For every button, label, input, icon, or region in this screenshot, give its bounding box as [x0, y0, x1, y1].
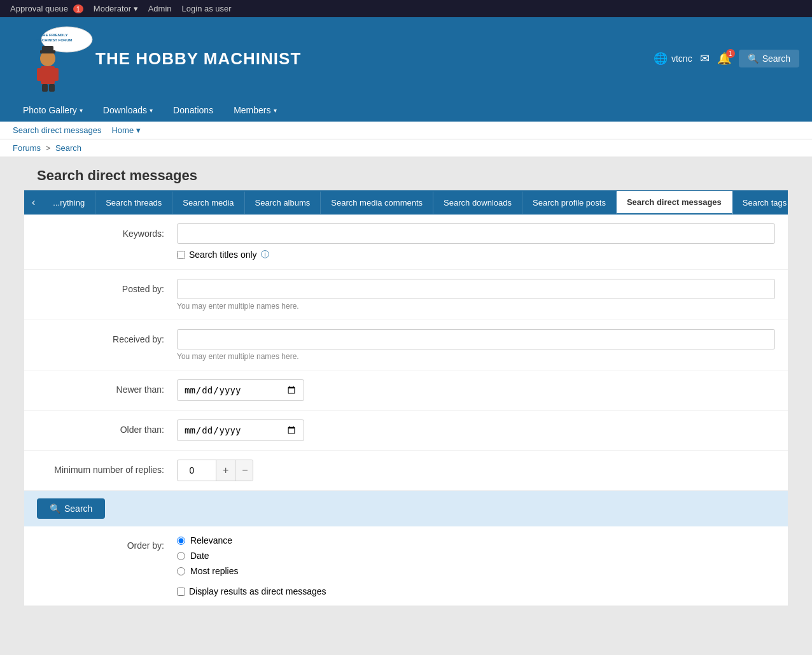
approval-queue-label: Approval queue	[10, 4, 68, 13]
min-replies-input[interactable]: 0	[178, 461, 216, 480]
tab-search-downloads[interactable]: Search downloads	[433, 192, 522, 214]
older-than-input[interactable]	[177, 419, 304, 441]
messages-icon[interactable]: ✉	[700, 52, 710, 66]
globe-icon: 🌐	[654, 52, 668, 66]
search-tabs: ‹ ...rything Search threads Search media…	[24, 190, 788, 215]
header-search-button[interactable]: 🔍 Search	[739, 50, 799, 67]
order-by-row: Order by: Relevance Date Most replies	[24, 526, 788, 606]
submit-search-button[interactable]: 🔍 Search	[37, 498, 105, 519]
search-titles-only-checkbox[interactable]	[177, 251, 185, 259]
tabs-prev-button[interactable]: ‹	[24, 190, 43, 215]
svg-rect-5	[41, 66, 55, 84]
secondary-nav-home[interactable]: Home ▾	[111, 125, 140, 135]
tab-search-threads[interactable]: Search threads	[95, 192, 172, 214]
nav-photo-gallery[interactable]: Photo Gallery ▾	[13, 99, 93, 122]
moderator-label: Moderator	[94, 4, 131, 13]
svg-text:MACHINIST FORUM: MACHINIST FORUM	[36, 38, 73, 42]
admin-link[interactable]: Admin	[148, 4, 172, 13]
order-relevance-radio[interactable]	[177, 537, 185, 545]
tab-search-direct-messages[interactable]: Search direct messages	[617, 191, 732, 215]
received-by-input[interactable]	[177, 329, 775, 349]
moderator-arrow-icon: ▾	[134, 4, 138, 13]
order-by-options-wrap: Relevance Date Most replies Display resu…	[177, 535, 775, 596]
svg-rect-7	[53, 68, 59, 81]
posted-by-label: Posted by:	[37, 279, 177, 294]
posted-by-input[interactable]	[177, 279, 775, 299]
breadcrumb-forums[interactable]: Forums	[13, 143, 41, 153]
order-date-radio[interactable]	[177, 552, 185, 560]
breadcrumb-current[interactable]: Search	[55, 143, 81, 153]
newer-than-label: Newer than:	[37, 379, 177, 395]
older-than-label: Older than:	[37, 419, 177, 435]
received-by-input-wrap: You may enter multiple names here.	[177, 329, 775, 361]
order-most-replies-row: Most replies	[177, 566, 775, 576]
logo-mascot: THE FRIENDLY MACHINIST FORUM	[13, 24, 95, 94]
order-most-replies-label: Most replies	[190, 566, 238, 576]
login-as-user-link[interactable]: Login as user	[182, 4, 232, 13]
search-form: Keywords: Search titles only ⓘ Posted by…	[24, 215, 788, 606]
secondary-nav-home-label: Home	[111, 125, 134, 135]
keywords-label: Keywords:	[37, 223, 177, 239]
svg-rect-11	[42, 46, 53, 52]
nav-members-label: Members	[234, 105, 270, 115]
received-by-row: Received by: You may enter multiple name…	[24, 320, 788, 370]
display-as-dm-checkbox[interactable]	[177, 588, 185, 596]
nav-downloads[interactable]: Downloads ▾	[93, 99, 163, 122]
username-label: vtcnc	[671, 53, 692, 64]
posted-by-input-wrap: You may enter multiple names here.	[177, 279, 775, 311]
older-than-row: Older than:	[24, 411, 788, 451]
display-as-dm-label: Display results as direct messages	[189, 586, 326, 596]
main-nav: Photo Gallery ▾ Downloads ▾ Donations Me…	[13, 99, 799, 122]
photo-gallery-arrow-icon: ▾	[80, 107, 83, 114]
secondary-nav-search-dm[interactable]: Search direct messages	[13, 125, 101, 135]
header-search-label: Search	[762, 53, 790, 64]
page-content: Search direct messages ‹ ...rything Sear…	[24, 157, 788, 606]
newer-than-input[interactable]	[177, 379, 304, 401]
notification-bell[interactable]: 🔔 1	[717, 52, 731, 66]
header-top: THE FRIENDLY MACHINIST FORUM	[13, 24, 799, 99]
min-replies-row: Minimum number of replies: 0 + −	[24, 451, 788, 491]
older-than-input-wrap	[177, 419, 775, 441]
display-as-dm-row: Display results as direct messages	[177, 586, 775, 596]
svg-rect-6	[37, 68, 42, 81]
svg-text:THE FRIENDLY: THE FRIENDLY	[40, 33, 67, 37]
min-replies-input-wrap: 0 + −	[177, 460, 775, 481]
tab-search-tags[interactable]: Search tags	[732, 192, 788, 214]
min-replies-increment-button[interactable]: +	[216, 460, 235, 481]
order-most-replies-radio[interactable]	[177, 567, 185, 575]
header-right: 🌐 vtcnc ✉ 🔔 1 🔍 Search	[654, 50, 799, 67]
logo-area: THE FRIENDLY MACHINIST FORUM	[13, 24, 301, 94]
help-icon[interactable]: ⓘ	[261, 249, 269, 260]
site-header: THE FRIENDLY MACHINIST FORUM	[0, 17, 812, 122]
moderator-link[interactable]: Moderator ▾	[94, 4, 138, 13]
min-replies-stepper: 0 + −	[177, 460, 253, 481]
keywords-input-wrap: Search titles only ⓘ	[177, 223, 775, 260]
notification-badge: 1	[726, 49, 735, 58]
user-info[interactable]: 🌐 vtcnc	[654, 52, 692, 66]
page-title: Search direct messages	[24, 157, 788, 190]
secondary-nav-bar: Search direct messages Home ▾	[0, 122, 812, 139]
keywords-row: Keywords: Search titles only ⓘ	[24, 215, 788, 270]
nav-members[interactable]: Members ▾	[223, 99, 286, 122]
downloads-arrow-icon: ▾	[150, 107, 153, 114]
order-date-row: Date	[177, 551, 775, 561]
svg-rect-8	[42, 84, 48, 92]
nav-donations[interactable]: Donations	[163, 99, 223, 122]
breadcrumb-separator: >	[46, 143, 51, 153]
tab-search-profile-posts[interactable]: Search profile posts	[522, 192, 617, 214]
tab-search-media-comments[interactable]: Search media comments	[321, 192, 433, 214]
min-replies-label: Minimum number of replies:	[37, 460, 177, 475]
breadcrumb: Forums > Search	[0, 139, 812, 157]
tab-search-media[interactable]: Search media	[172, 192, 244, 214]
home-arrow-icon: ▾	[136, 125, 141, 135]
approval-queue-link[interactable]: Approval queue 1	[10, 4, 83, 13]
keywords-input[interactable]	[177, 223, 775, 244]
order-relevance-label: Relevance	[190, 535, 232, 546]
tab-search-albums[interactable]: Search albums	[245, 192, 321, 214]
order-by-label: Order by:	[37, 535, 177, 551]
posted-by-hint: You may enter multiple names here.	[177, 302, 775, 311]
received-by-hint: You may enter multiple names here.	[177, 352, 775, 361]
search-titles-only-row: Search titles only ⓘ	[177, 249, 775, 260]
tab-everything[interactable]: ...rything	[43, 192, 95, 214]
min-replies-decrement-button[interactable]: −	[235, 460, 253, 481]
